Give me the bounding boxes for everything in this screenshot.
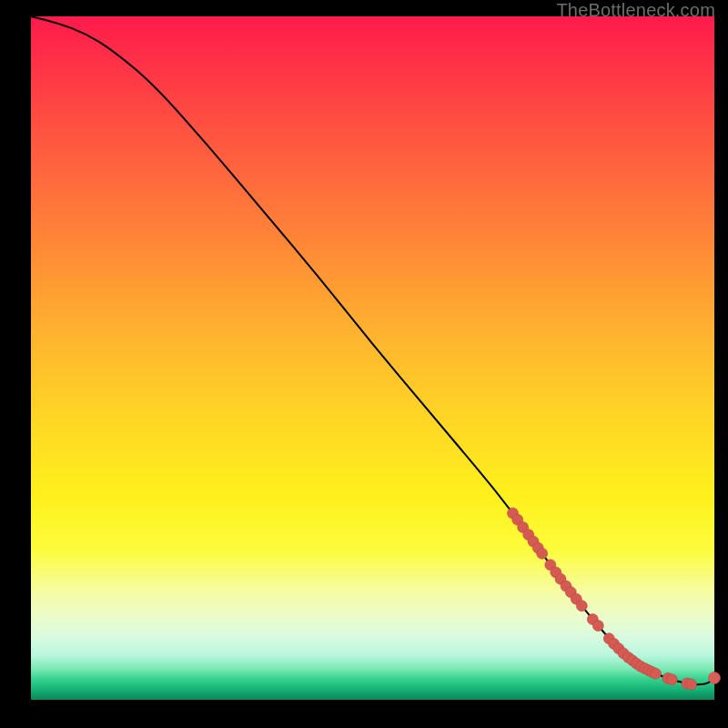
data-point	[576, 601, 587, 612]
data-point	[686, 679, 697, 690]
watermark-text: TheBottleneck.com	[556, 0, 715, 21]
data-point	[650, 668, 661, 679]
highlight-points	[508, 508, 721, 690]
curve-svg	[31, 16, 714, 700]
bottleneck-curve	[31, 16, 714, 684]
data-point	[666, 674, 677, 685]
data-point	[537, 548, 548, 559]
data-point	[592, 621, 603, 632]
plot-area	[31, 16, 714, 700]
data-point	[709, 672, 721, 684]
chart-frame: TheBottleneck.com	[0, 0, 728, 728]
